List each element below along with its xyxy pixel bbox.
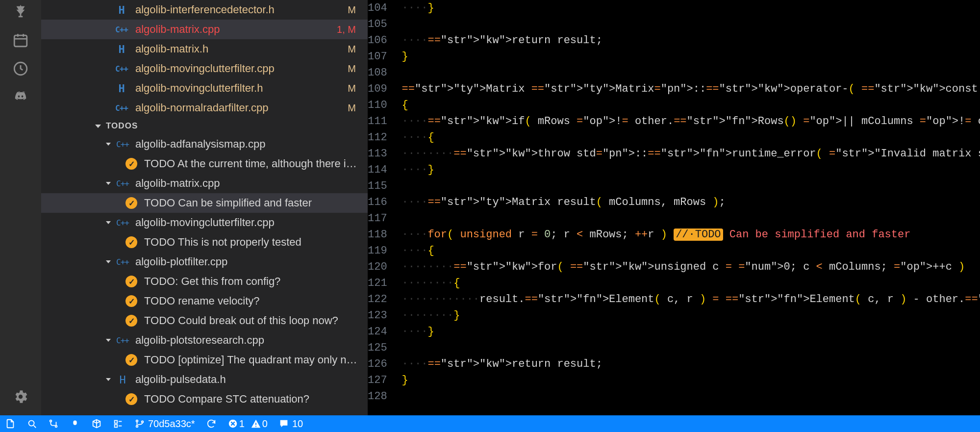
svg-point-10 bbox=[50, 420, 52, 422]
cpp-file-icon: C++ bbox=[115, 25, 128, 34]
todo-item[interactable]: ✓TODO: Get this from config? bbox=[41, 272, 368, 291]
todo-check-icon: ✓ bbox=[126, 197, 137, 209]
status-search-icon[interactable] bbox=[26, 418, 37, 429]
todo-item[interactable]: ✓TODO [optimize] The quadrant may only n… bbox=[41, 350, 368, 370]
side-panel: Halgolib-interferencedetector.hMC++algol… bbox=[41, 0, 368, 415]
todo-file-group[interactable]: C++algolib-matrix.cpp bbox=[41, 174, 368, 193]
todos-section-header[interactable]: TODOS bbox=[41, 118, 368, 134]
todo-check-icon: ✓ bbox=[126, 315, 137, 327]
file-status-badge: M bbox=[348, 83, 356, 94]
settings-gear-icon[interactable] bbox=[11, 387, 30, 407]
todo-file-group[interactable]: C++algolib-plotstoresearch.cpp bbox=[41, 330, 368, 350]
comments-count: 10 bbox=[292, 418, 303, 430]
status-tasks-icon[interactable] bbox=[113, 418, 124, 429]
todo-file-group[interactable]: Halgolib-pulsedata.h bbox=[41, 370, 368, 389]
status-branch-compare-icon[interactable] bbox=[48, 418, 59, 429]
source-tree-icon[interactable] bbox=[11, 2, 30, 22]
warning-count: 0 bbox=[262, 418, 268, 430]
open-editor-item[interactable]: Halgolib-movingclutterfilter.hM bbox=[41, 78, 368, 98]
cpp-file-icon: C++ bbox=[116, 140, 129, 149]
status-sync-icon[interactable] bbox=[206, 418, 217, 429]
status-package-icon[interactable] bbox=[91, 418, 102, 429]
open-editor-item[interactable]: Halgolib-interferencedetector.hM bbox=[41, 0, 368, 20]
todo-item[interactable]: ✓TODO rename velocity? bbox=[41, 291, 368, 311]
open-editor-item[interactable]: C++algolib-matrix.cpp1, M bbox=[41, 20, 368, 39]
chevron-down-icon bbox=[106, 182, 111, 185]
open-editor-item[interactable]: Halgolib-matrix.hM bbox=[41, 39, 368, 59]
git-branch-name: 70d5a33c* bbox=[148, 418, 195, 430]
chevron-down-icon bbox=[106, 260, 111, 263]
svg-rect-12 bbox=[115, 421, 118, 424]
header-file-icon: H bbox=[115, 82, 128, 95]
todo-text: TODO This is not properly tested bbox=[144, 236, 302, 249]
todo-file-group[interactable]: C++algolib-movingclutterfilter.cpp bbox=[41, 213, 368, 232]
todo-file-name: algolib-matrix.cpp bbox=[135, 177, 220, 190]
file-name: algolib-normalradarfilter.cpp bbox=[135, 102, 348, 114]
git-branch-status[interactable]: 70d5a33c* bbox=[134, 418, 195, 430]
code-editor[interactable]: 1041051061071081091101111121131141151161… bbox=[368, 0, 980, 415]
svg-point-18 bbox=[142, 421, 144, 423]
svg-rect-21 bbox=[255, 426, 256, 427]
open-editors-list: Halgolib-interferencedetector.hMC++algol… bbox=[41, 0, 368, 118]
svg-point-16 bbox=[136, 420, 138, 422]
chevron-down-icon bbox=[106, 221, 111, 224]
file-name: algolib-interferencedetector.h bbox=[135, 3, 348, 16]
todo-item[interactable]: ✓TODO This is not properly tested bbox=[41, 232, 368, 252]
open-editor-item[interactable]: C++algolib-normalradarfilter.cppM bbox=[41, 98, 368, 118]
file-status-badge: M bbox=[348, 4, 356, 16]
todos-tree: C++algolib-adfanalysismap.cpp✓TODO At th… bbox=[41, 134, 368, 415]
problems-status[interactable]: 1 0 bbox=[227, 418, 268, 430]
status-debug-icon[interactable] bbox=[70, 418, 80, 429]
svg-line-9 bbox=[34, 426, 36, 428]
calendar-icon[interactable] bbox=[11, 30, 30, 50]
todo-item[interactable]: ✓TODO Could break out of this loop now? bbox=[41, 311, 368, 330]
activity-bar bbox=[0, 0, 41, 415]
todos-header-label: TODOS bbox=[106, 121, 138, 131]
chevron-down-icon bbox=[106, 378, 111, 381]
open-editor-item[interactable]: C++algolib-movingclutterfilter.cppM bbox=[41, 59, 368, 78]
todo-text: TODO At the current time, although there… bbox=[144, 157, 361, 170]
svg-point-11 bbox=[55, 426, 57, 428]
status-file-icon[interactable] bbox=[5, 418, 16, 429]
code-content[interactable]: ····} ····=="str">"kw">return result;} =… bbox=[402, 0, 980, 415]
svg-rect-20 bbox=[255, 423, 256, 425]
todo-text: TODO Could break out of this loop now? bbox=[144, 314, 338, 327]
file-name: algolib-matrix.h bbox=[135, 43, 348, 55]
svg-point-17 bbox=[136, 426, 138, 428]
todo-file-name: algolib-movingclutterfilter.cpp bbox=[135, 216, 275, 229]
time-machine-icon[interactable] bbox=[11, 59, 30, 78]
header-file-icon: H bbox=[116, 374, 129, 386]
todo-check-icon: ✓ bbox=[126, 158, 137, 170]
todo-check-icon: ✓ bbox=[126, 393, 137, 405]
file-status-badge: M bbox=[348, 63, 356, 75]
cpp-file-icon: C++ bbox=[116, 257, 129, 267]
todo-item[interactable]: ✓TODO At the current time, although ther… bbox=[41, 154, 368, 174]
file-status-badge: M bbox=[348, 102, 356, 114]
todo-check-icon: ✓ bbox=[126, 354, 137, 366]
file-status-badge: M bbox=[348, 44, 356, 55]
todo-file-name: algolib-pulsedata.h bbox=[135, 373, 226, 386]
cpp-file-icon: C++ bbox=[115, 103, 128, 113]
status-bar: 70d5a33c* 1 0 10 bbox=[0, 415, 980, 432]
cpp-file-icon: C++ bbox=[115, 64, 128, 74]
discord-icon[interactable] bbox=[11, 87, 30, 107]
todo-text: TODO rename velocity? bbox=[144, 295, 260, 307]
todo-text: TODO Can be simplified and faster bbox=[144, 197, 312, 209]
file-name: algolib-movingclutterfilter.cpp bbox=[135, 62, 348, 75]
file-status-badge: 1, M bbox=[337, 24, 356, 35]
todo-file-group[interactable]: C++algolib-adfanalysismap.cpp bbox=[41, 134, 368, 154]
chevron-down-icon bbox=[95, 125, 101, 128]
error-count: 1 bbox=[239, 418, 245, 430]
cpp-file-icon: C++ bbox=[116, 218, 129, 228]
comments-status[interactable]: 10 bbox=[278, 418, 303, 430]
todo-file-name: algolib-plotstoresearch.cpp bbox=[135, 334, 264, 347]
todo-item[interactable]: ✓TODO Can be simplified and faster bbox=[41, 193, 368, 213]
chevron-down-icon bbox=[106, 143, 111, 146]
cpp-file-icon: C++ bbox=[116, 179, 129, 188]
cpp-file-icon: C++ bbox=[116, 336, 129, 345]
chevron-down-icon bbox=[106, 339, 111, 342]
todo-file-group[interactable]: C++algolib-plotfilter.cpp bbox=[41, 252, 368, 272]
todo-item[interactable]: ✓TODO Compare STC attenuation? bbox=[41, 389, 368, 409]
file-name: algolib-matrix.cpp bbox=[135, 23, 337, 36]
todo-file-name: algolib-plotfilter.cpp bbox=[135, 255, 227, 268]
